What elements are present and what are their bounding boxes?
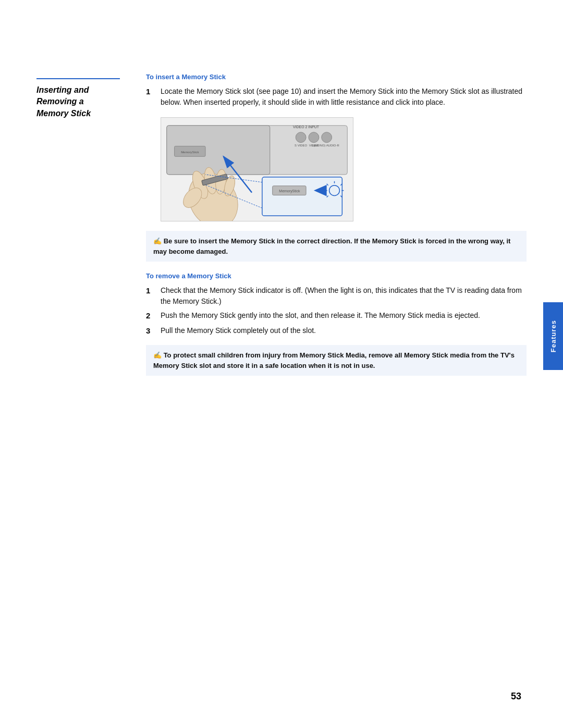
insert-note-box: ✍ Be sure to insert the Memory Stick in … [146, 231, 527, 262]
svg-point-5 [309, 132, 319, 143]
section-title: Inserting and Removing a Memory Stick [36, 84, 130, 119]
page-container: Features Inserting and Removing a Memory… [0, 0, 563, 728]
remove-step-1: 1 Check that the Memory Stick indicator … [146, 285, 527, 307]
content-area: Inserting and Removing a Memory Stick To… [0, 42, 563, 416]
svg-text:L(MONO) AUDIO-R: L(MONO) AUDIO-R [312, 144, 340, 147]
step-number-1: 1 [146, 86, 157, 108]
svg-text:MemoryStick: MemoryStick [181, 151, 199, 154]
remove-step-2: 2 Push the Memory Stick gently into the … [146, 310, 527, 322]
left-column: Inserting and Removing a Memory Stick [36, 73, 141, 385]
step-content-1: Locate the Memory Stick slot (see page 1… [161, 86, 527, 108]
device-illustration-svg: MemoryStick VIDEO 2 INPUT S VIDEO VIDEO … [161, 118, 353, 221]
page-number: 53 [511, 691, 521, 702]
step-number-1r: 1 [146, 285, 157, 307]
step-content-2r: Push the Memory Stick gently into the sl… [161, 310, 527, 322]
remove-note-text: To protect small children from injury fr… [153, 351, 515, 369]
note-icon-1: ✍ [153, 237, 164, 245]
insert-note-text: Be sure to insert the Memory Stick in th… [153, 237, 510, 255]
section-divider [36, 78, 120, 79]
step-number-3r: 3 [146, 325, 157, 337]
svg-point-6 [322, 132, 332, 143]
svg-point-4 [296, 132, 306, 143]
step-content-3r: Pull the Memory Stick completely out of … [161, 325, 527, 337]
remove-subtitle: To remove a Memory Stick [146, 272, 527, 280]
svg-text:VIDEO 2 INPUT: VIDEO 2 INPUT [293, 125, 320, 129]
svg-rect-19 [262, 177, 342, 216]
features-tab-label: Features [549, 320, 557, 352]
insert-step-1: 1 Locate the Memory Stick slot (see page… [146, 86, 527, 108]
device-illustration-container: MemoryStick VIDEO 2 INPUT S VIDEO VIDEO … [161, 117, 353, 221]
remove-section: To remove a Memory Stick 1 Check that th… [146, 272, 527, 376]
right-column: To insert a Memory Stick 1 Locate the Me… [141, 73, 527, 385]
svg-text:MemoryStick: MemoryStick [279, 189, 300, 193]
note-icon-2: ✍ [153, 351, 164, 359]
insert-steps: 1 Locate the Memory Stick slot (see page… [146, 86, 527, 108]
insert-section: To insert a Memory Stick 1 Locate the Me… [146, 73, 527, 262]
remove-step-3: 3 Pull the Memory Stick completely out o… [146, 325, 527, 337]
svg-text:S VIDEO: S VIDEO [295, 144, 307, 147]
remove-note-box: ✍ To protect small children from injury … [146, 345, 527, 376]
insert-subtitle: To insert a Memory Stick [146, 73, 527, 81]
step-number-2r: 2 [146, 310, 157, 322]
step-content-1r: Check that the Memory Stick indicator is… [161, 285, 527, 307]
remove-steps: 1 Check that the Memory Stick indicator … [146, 285, 527, 337]
features-tab: Features [543, 302, 563, 370]
